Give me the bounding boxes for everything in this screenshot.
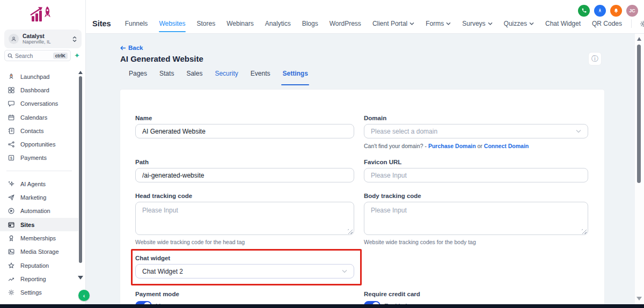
resize-handle-icon[interactable] (348, 229, 353, 234)
tab-events[interactable]: Events (251, 70, 270, 82)
sidebar-divider (6, 171, 72, 171)
sidebar-item-reporting[interactable]: Reporting (0, 272, 78, 285)
sidebar-item-marketing[interactable]: Marketing (0, 190, 78, 204)
main-scrollbar-thumb[interactable] (637, 45, 641, 183)
search-placeholder: Search (15, 53, 53, 59)
require-credit-card-label: Require credit card (364, 291, 420, 297)
sidebar-item-dashboard[interactable]: Dashboard (0, 83, 78, 97)
path-input[interactable] (135, 168, 354, 182)
org-location: Naperville, IL (23, 39, 72, 45)
rocket-button[interactable] (594, 5, 606, 17)
user-avatar[interactable]: JC (626, 5, 638, 17)
sidebar-item-contacts[interactable]: Contacts (0, 124, 78, 137)
sidebar-item-launchpad[interactable]: Launchpad (0, 70, 78, 83)
sidebar-item-opportunities[interactable]: Opportunities (0, 137, 78, 151)
main-content: Back AI Generated Website ⓘ Pages Stats … (86, 34, 644, 308)
sidebar-collapse-button[interactable]: ‹ (78, 290, 90, 301)
notifications-bell-button[interactable] (610, 5, 622, 17)
tab-stats[interactable]: Stats (159, 70, 174, 82)
bottom-window-edge (0, 304, 644, 308)
main-scroll-up-arrow[interactable] (637, 37, 641, 41)
favicon-url-input[interactable] (364, 168, 588, 182)
sidebar-item-memberships[interactable]: Memberships (0, 231, 78, 245)
page-tabs: Pages Stats Sales Security Events Settin… (129, 70, 308, 82)
chevron-down-icon (342, 269, 347, 273)
favicon-url-label: Favicon URL (364, 159, 401, 165)
sidebar-item-sites[interactable]: Sites (0, 218, 78, 231)
sidebar-item-automation[interactable]: Automation (0, 204, 78, 218)
sidebar-scroll-up-arrow[interactable] (78, 71, 83, 74)
chat-widget-select[interactable]: Chat Widget 2 (135, 264, 354, 278)
sidebar-scrollbar-thumb[interactable] (79, 76, 82, 263)
org-avatar (9, 34, 19, 44)
nav-item-stores[interactable]: Stores (197, 20, 216, 27)
path-label: Path (135, 159, 149, 165)
chevron-down-icon (576, 129, 581, 133)
payment-mode-label: Payment mode (135, 291, 179, 297)
tab-sales[interactable]: Sales (186, 70, 202, 82)
nav-item-forms[interactable]: Forms (426, 20, 451, 27)
sidebar-item-settings[interactable]: Settings (0, 285, 78, 299)
nav-item-client-portal[interactable]: Client Portal (372, 20, 414, 27)
chevron-down-icon (446, 22, 451, 25)
domain-helper-text: Can't find your domain? - Purchase Domai… (364, 143, 529, 149)
sidebar-scroll-down-arrow[interactable] (78, 276, 83, 280)
chevron-down-icon (488, 22, 493, 25)
settings-form-card: Name Domain Please select a domain Can't… (120, 90, 604, 308)
svg-text:$: $ (10, 156, 12, 160)
head-tracking-textarea[interactable] (135, 202, 354, 235)
app-root: Catalyst Naperville, IL Search ctrlK ✦ (0, 0, 644, 308)
purchase-domain-link[interactable]: Purchase Domain (428, 143, 476, 149)
nav-item-qr-codes[interactable]: QR Codes (592, 20, 622, 27)
tab-pages[interactable]: Pages (129, 70, 147, 82)
body-tracking-textarea[interactable] (364, 202, 588, 235)
tab-settings[interactable]: Settings (282, 70, 308, 82)
org-switcher[interactable]: Catalyst Naperville, IL (4, 30, 82, 48)
top-navbar: Sites Funnels Websites Stores Webinars A… (86, 0, 644, 34)
nav-divider (631, 19, 632, 28)
search-input[interactable]: Search ctrlK (4, 50, 71, 61)
main-scroll-down-arrow[interactable] (636, 297, 642, 300)
head-tracking-helper: Website wide tracking code for the head … (135, 239, 245, 245)
nav-item-websites[interactable]: Websites (159, 20, 185, 27)
nav-item-quizzes[interactable]: Quizzes (504, 20, 534, 27)
phone-button[interactable] (578, 5, 590, 17)
chat-widget-label: Chat widget (135, 255, 170, 261)
nav-item-chat-widget[interactable]: Chat Widget (545, 20, 581, 27)
sidebar: Catalyst Naperville, IL Search ctrlK ✦ (0, 0, 86, 308)
arrow-left-icon (120, 46, 126, 50)
sidebar-item-ai-agents[interactable]: AI Agents (0, 177, 78, 190)
tab-security[interactable]: Security (215, 70, 238, 82)
chevron-down-icon (529, 22, 534, 25)
body-tracking-helper: Website wide tracking codes for the body… (364, 239, 476, 245)
back-link[interactable]: Back (120, 45, 143, 51)
connect-domain-link[interactable]: Connect Domain (484, 143, 529, 149)
chevron-down-icon (409, 22, 414, 25)
nav-item-funnels[interactable]: Funnels (125, 20, 148, 27)
search-shortcut-badge: ctrlK (53, 53, 68, 59)
brand-logo-icon (28, 3, 59, 26)
sidebar-item-reputation[interactable]: Reputation (0, 259, 78, 272)
gear-icon[interactable] (639, 20, 644, 28)
nav-item-analytics[interactable]: Analytics (265, 20, 291, 27)
org-name: Catalyst (23, 33, 72, 39)
nav-item-wordpress[interactable]: WordPress (330, 20, 361, 27)
resize-handle-icon[interactable] (582, 229, 587, 234)
sidebar-item-calendars[interactable]: Calendars (0, 111, 78, 124)
ai-spark-icon[interactable]: ✦ (74, 52, 80, 60)
domain-select[interactable]: Please select a domain (364, 124, 588, 138)
search-icon (8, 53, 13, 58)
info-icon[interactable]: ⓘ (588, 52, 602, 65)
nav-item-blogs[interactable]: Blogs (302, 20, 318, 27)
sidebar-menu: Launchpad Dashboard Conversations Calend… (0, 70, 78, 299)
name-label: Name (135, 115, 152, 121)
sidebar-item-payments[interactable]: $ Payments (0, 151, 78, 165)
nav-item-surveys[interactable]: Surveys (462, 20, 492, 27)
unfold-icon (72, 36, 77, 42)
name-input[interactable] (135, 124, 354, 138)
sidebar-item-media-storage[interactable]: Media Storage (0, 245, 78, 259)
nav-section-title: Sites (92, 19, 111, 28)
nav-item-webinars[interactable]: Webinars (226, 20, 253, 27)
body-tracking-label: Body tracking code (364, 193, 421, 199)
sidebar-item-conversations[interactable]: Conversations (0, 97, 78, 111)
